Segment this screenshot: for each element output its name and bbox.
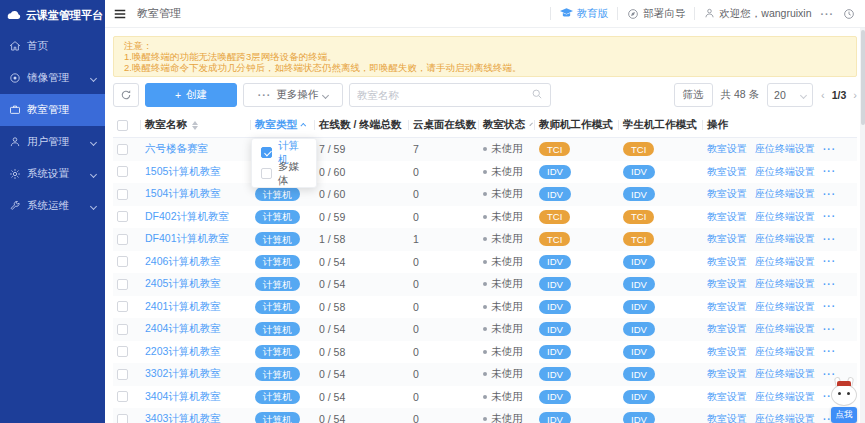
row-checkbox[interactable] [117, 211, 128, 222]
row-more-actions-icon[interactable]: ··· [823, 279, 836, 290]
classroom-settings-link[interactable]: 教室设置 [707, 142, 747, 156]
seat-terminal-settings-link[interactable]: 座位终端设置 [755, 390, 815, 404]
classroom-name-link[interactable]: 2404计算机教室 [145, 322, 221, 336]
sidebar-item-home[interactable]: 首页 [0, 30, 105, 62]
classroom-settings-link[interactable]: 教室设置 [707, 232, 747, 246]
seat-terminal-settings-link[interactable]: 座位终端设置 [755, 232, 815, 246]
type-filter-option[interactable]: 多媒体 [252, 163, 316, 184]
row-more-actions-icon[interactable]: ··· [823, 346, 836, 357]
classroom-name-link[interactable]: 1504计算机教室 [145, 187, 221, 201]
classroom-settings-link[interactable]: 教室设置 [707, 322, 747, 336]
refresh-button[interactable] [113, 83, 139, 107]
classroom-settings-link[interactable]: 教室设置 [707, 390, 747, 404]
edition-badge[interactable]: 教育版 [560, 7, 609, 21]
topbar-more-icon[interactable]: ··· [821, 8, 835, 20]
filter-button[interactable]: 筛选 [674, 83, 713, 107]
mascot-click-me-button[interactable]: 点我 [831, 407, 857, 423]
mascot-widget[interactable]: 点我 [826, 384, 862, 423]
row-checkbox[interactable] [117, 144, 128, 155]
page-size-select[interactable]: 20 [767, 83, 813, 107]
classroom-settings-link[interactable]: 教室设置 [707, 255, 747, 269]
row-more-actions-icon[interactable]: ··· [823, 144, 836, 155]
row-checkbox[interactable] [117, 414, 128, 423]
row-more-actions-icon[interactable]: ··· [823, 166, 836, 177]
sidebar-item-classroom-mgmt[interactable]: 教室管理 [0, 94, 105, 126]
classroom-settings-link[interactable]: 教室设置 [707, 412, 747, 423]
seat-terminal-settings-link[interactable]: 座位终端设置 [755, 367, 815, 381]
notice-title: 注意： [124, 40, 846, 51]
classroom-settings-link[interactable]: 教室设置 [707, 187, 747, 201]
row-checkbox[interactable] [117, 189, 128, 200]
classroom-name-link[interactable]: DF402计算机教室 [145, 210, 229, 224]
more-actions-button[interactable]: ··· 更多操作 [243, 83, 343, 107]
header-classroom-type[interactable]: 教室类型 [251, 113, 315, 137]
header-classroom-status[interactable]: 教室状态 [479, 113, 535, 137]
user-account-menu[interactable]: 欢迎您，wangruixin [704, 7, 811, 21]
seat-terminal-settings-link[interactable]: 座位终端设置 [755, 345, 815, 359]
sort-icon[interactable] [192, 121, 198, 130]
seat-terminal-settings-link[interactable]: 座位终端设置 [755, 300, 815, 314]
select-all-checkbox[interactable] [117, 120, 128, 131]
classroom-settings-link[interactable]: 教室设置 [707, 277, 747, 291]
prev-page-button[interactable]: ‹ [821, 89, 825, 101]
row-checkbox[interactable] [117, 391, 128, 402]
search-input[interactable] [357, 89, 526, 101]
row-more-actions-icon[interactable]: ··· [823, 211, 836, 222]
classroom-settings-link[interactable]: 教室设置 [707, 300, 747, 314]
row-more-actions-icon[interactable]: ··· [823, 324, 836, 335]
classroom-settings-link[interactable]: 教室设置 [707, 165, 747, 179]
status-dot-icon [483, 327, 487, 331]
seat-terminal-settings-link[interactable]: 座位终端设置 [755, 187, 815, 201]
seat-terminal-settings-link[interactable]: 座位终端设置 [755, 412, 815, 423]
search-icon[interactable] [531, 86, 543, 104]
classroom-settings-link[interactable]: 教室设置 [707, 367, 747, 381]
classroom-name-link[interactable]: 1505计算机教室 [145, 165, 221, 179]
classroom-settings-link[interactable]: 教室设置 [707, 345, 747, 359]
row-checkbox[interactable] [117, 324, 128, 335]
scrollbar-thumb[interactable] [861, 30, 865, 125]
classroom-settings-link[interactable]: 教室设置 [707, 210, 747, 224]
row-checkbox[interactable] [117, 256, 128, 267]
row-checkbox[interactable] [117, 346, 128, 357]
page-scrollbar[interactable] [860, 28, 865, 423]
filter-option-checkbox[interactable] [261, 147, 272, 158]
seat-terminal-settings-link[interactable]: 座位终端设置 [755, 255, 815, 269]
row-checkbox[interactable] [117, 234, 128, 245]
row-checkbox[interactable] [117, 166, 128, 177]
sidebar-item-user-mgmt[interactable]: 用户管理 [0, 126, 105, 158]
seat-terminal-settings-link[interactable]: 座位终端设置 [755, 210, 815, 224]
sidebar-item-system-settings[interactable]: 系统设置 [0, 158, 105, 190]
deploy-wizard-button[interactable]: 部署向导 [627, 7, 685, 21]
row-checkbox[interactable] [117, 279, 128, 290]
row-checkbox[interactable] [117, 301, 128, 312]
clock-icon[interactable] [843, 8, 855, 20]
row-more-actions-icon[interactable]: ··· [823, 234, 836, 245]
classroom-name-link[interactable]: 六号楼备赛室 [145, 142, 208, 156]
row-more-actions-icon[interactable]: ··· [823, 301, 836, 312]
classroom-name-link[interactable]: 2401计算机教室 [145, 300, 221, 314]
sidebar-item-image-mgmt[interactable]: 镜像管理 [0, 62, 105, 94]
classroom-name-link[interactable]: 2203计算机教室 [145, 345, 221, 359]
classroom-name-link[interactable]: 3404计算机教室 [145, 390, 221, 404]
online-total-cell: 0 / 54 [315, 368, 409, 380]
seat-terminal-settings-link[interactable]: 座位终端设置 [755, 165, 815, 179]
row-more-actions-icon[interactable]: ··· [823, 256, 836, 267]
row-checkbox[interactable] [117, 369, 128, 380]
sidebar-item-system-ops[interactable]: 系统运维 [0, 190, 105, 222]
header-classroom-name[interactable]: 教室名称 [141, 113, 251, 137]
seat-terminal-settings-link[interactable]: 座位终端设置 [755, 277, 815, 291]
next-page-button[interactable]: › [853, 89, 857, 101]
create-button[interactable]: + 创建 [145, 83, 237, 107]
classroom-name-link[interactable]: DF401计算机教室 [145, 232, 229, 246]
classroom-name-link[interactable]: 2406计算机教室 [145, 255, 221, 269]
classroom-name-link[interactable]: 3403计算机教室 [145, 412, 221, 423]
cloud-online-cell: 0 [409, 413, 479, 423]
seat-terminal-settings-link[interactable]: 座位终端设置 [755, 322, 815, 336]
seat-terminal-settings-link[interactable]: 座位终端设置 [755, 142, 815, 156]
classroom-name-link[interactable]: 2405计算机教室 [145, 277, 221, 291]
classroom-name-link[interactable]: 3302计算机教室 [145, 367, 221, 381]
row-more-actions-icon[interactable]: ··· [823, 189, 836, 200]
hamburger-menu-icon[interactable] [113, 7, 127, 21]
filter-option-checkbox[interactable] [261, 168, 272, 179]
header-checkbox-cell [113, 113, 141, 137]
